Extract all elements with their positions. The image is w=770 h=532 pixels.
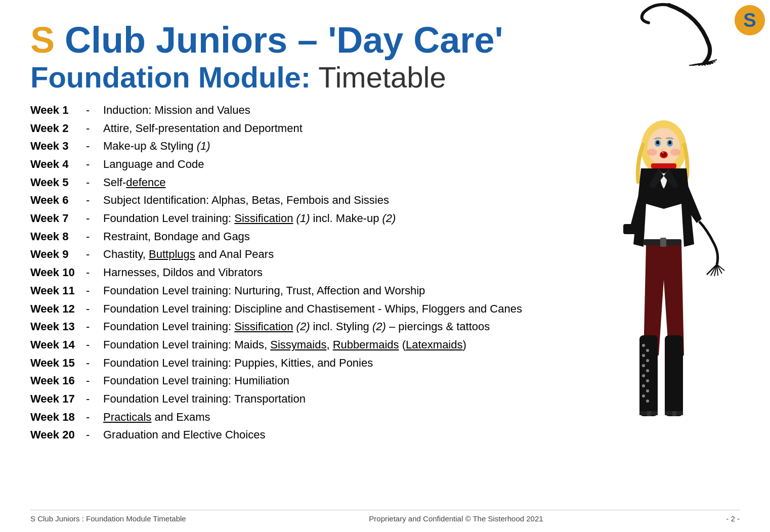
- svg-point-14: [656, 141, 659, 144]
- svg-rect-21: [665, 335, 683, 416]
- week-content: Attire, Self-presentation and Deportment: [103, 121, 573, 136]
- table-row: Week 7 - Foundation Level training: Siss…: [30, 211, 573, 226]
- week-dash: -: [86, 427, 97, 442]
- week-dash: -: [86, 121, 97, 136]
- table-row: Week 18 - Practicals and Exams: [30, 410, 573, 425]
- content-area: Week 1 - Induction: Mission and ValuesWe…: [30, 103, 740, 446]
- week-content: Self-defence: [103, 175, 573, 190]
- table-row: Week 10 - Harnesses, Dildos and Vibrator…: [30, 265, 573, 280]
- table-row: Week 17 - Foundation Level training: Tra…: [30, 391, 573, 407]
- week-content: Foundation Level training: Transportatio…: [103, 391, 573, 407]
- title-dash: –: [287, 20, 328, 60]
- svg-rect-36: [647, 411, 651, 416]
- footer-center: Proprietary and Confidential © The Siste…: [369, 514, 543, 523]
- svg-rect-20: [651, 163, 676, 168]
- table-row: Week 3 - Make-up & Styling (1): [30, 139, 573, 154]
- week-dash: -: [86, 283, 97, 298]
- week-content: Foundation Level training: Humiliation: [103, 373, 573, 388]
- table-row: Week 1 - Induction: Mission and Values: [30, 103, 573, 118]
- week-label: Week 4: [30, 157, 86, 172]
- week-label: Week 8: [30, 229, 86, 244]
- s-badge: S: [735, 5, 765, 35]
- week-dash: -: [86, 265, 97, 280]
- title-club: Club Juniors: [55, 20, 287, 60]
- title-timetable: Timetable: [311, 61, 446, 94]
- week-label: Week 20: [30, 427, 86, 442]
- table-row: Week 15 - Foundation Level training: Pup…: [30, 356, 573, 371]
- table-row: Week 9 - Chastity, Buttplugs and Anal Pe…: [30, 247, 573, 262]
- week-content: Foundation Level training: Puppies, Kitt…: [103, 356, 573, 371]
- week-content: Harnesses, Dildos and Vibrators: [103, 265, 573, 280]
- week-dash: -: [86, 211, 97, 226]
- table-row: Week 5 - Self-defence: [30, 175, 573, 190]
- week-label: Week 17: [30, 391, 86, 407]
- week-content: Induction: Mission and Values: [103, 103, 573, 118]
- table-row: Week 12 - Foundation Level training: Dis…: [30, 301, 573, 317]
- table-row: Week 20 - Graduation and Elective Choice…: [30, 427, 573, 442]
- title-foundation: Foundation Module:: [30, 61, 311, 94]
- week-dash: -: [86, 157, 97, 172]
- svg-point-24: [646, 349, 649, 352]
- week-label: Week 13: [30, 319, 86, 334]
- table-row: Week 13 - Foundation Level training: Sis…: [30, 319, 573, 334]
- week-content: Foundation Level training: Discipline an…: [103, 301, 573, 317]
- svg-rect-39: [623, 224, 637, 234]
- week-label: Week 3: [30, 139, 86, 154]
- svg-point-29: [642, 374, 645, 377]
- week-label: Week 1: [30, 103, 86, 118]
- week-content: Restraint, Bondage and Gags: [103, 229, 573, 244]
- week-content: Foundation Level training: Sissification…: [103, 319, 573, 334]
- week-content: Chastity, Buttplugs and Anal Pears: [103, 247, 573, 262]
- week-dash: -: [86, 373, 97, 388]
- week-dash: -: [86, 103, 97, 118]
- title-daycare: 'Day Care': [328, 20, 503, 60]
- week-label: Week 6: [30, 193, 86, 208]
- week-dash: -: [86, 337, 97, 352]
- table-row: Week 6 - Subject Identification: Alphas,…: [30, 193, 573, 208]
- svg-point-27: [642, 364, 645, 367]
- week-label: Week 7: [30, 211, 86, 226]
- week-content: Foundation Level training: Maids, Sissym…: [103, 337, 573, 352]
- svg-point-33: [642, 394, 645, 397]
- svg-point-26: [646, 359, 649, 362]
- svg-point-19: [670, 149, 680, 156]
- week-label: Week 5: [30, 175, 86, 190]
- week-dash: -: [86, 175, 97, 190]
- title-line2: Foundation Module: Timetable: [30, 61, 740, 94]
- week-content: Foundation Level training: Sissification…: [103, 211, 573, 226]
- week-label: Week 11: [30, 283, 86, 298]
- week-dash: -: [86, 356, 97, 371]
- table-row: Week 11 - Foundation Level training: Nur…: [30, 283, 573, 298]
- s-badge-letter: S: [743, 10, 756, 31]
- week-dash: -: [86, 193, 97, 208]
- week-dash: -: [86, 301, 97, 317]
- week-content: Practicals and Exams: [103, 410, 573, 425]
- title-s: S: [30, 20, 55, 60]
- week-label: Week 15: [30, 356, 86, 371]
- week-label: Week 10: [30, 265, 86, 280]
- svg-rect-47: [660, 238, 666, 247]
- footer-right: - 2 -: [726, 514, 740, 523]
- page: S S Club Juniors – 'Day Care' Foundation: [0, 0, 770, 532]
- svg-point-23: [642, 344, 645, 347]
- figure-svg: [585, 103, 737, 416]
- svg-point-31: [642, 384, 645, 387]
- svg-point-25: [642, 354, 645, 357]
- week-content: Language and Code: [103, 157, 573, 172]
- week-dash: -: [86, 247, 97, 262]
- whip-icon: [638, 0, 730, 68]
- illustration: [583, 103, 740, 446]
- week-label: Week 16: [30, 373, 86, 388]
- table-row: Week 16 - Foundation Level training: Hum…: [30, 373, 573, 388]
- svg-rect-38: [672, 411, 676, 416]
- svg-point-32: [646, 389, 649, 392]
- svg-point-11: [648, 128, 680, 166]
- table-row: Week 2 - Attire, Self-presentation and D…: [30, 121, 573, 136]
- week-label: Week 2: [30, 121, 86, 136]
- svg-point-30: [646, 379, 649, 382]
- svg-point-15: [668, 141, 671, 144]
- week-label: Week 14: [30, 337, 86, 352]
- week-dash: -: [86, 391, 97, 407]
- week-dash: -: [86, 319, 97, 334]
- header: S Club Juniors – 'Day Care' Foundation M…: [30, 20, 740, 94]
